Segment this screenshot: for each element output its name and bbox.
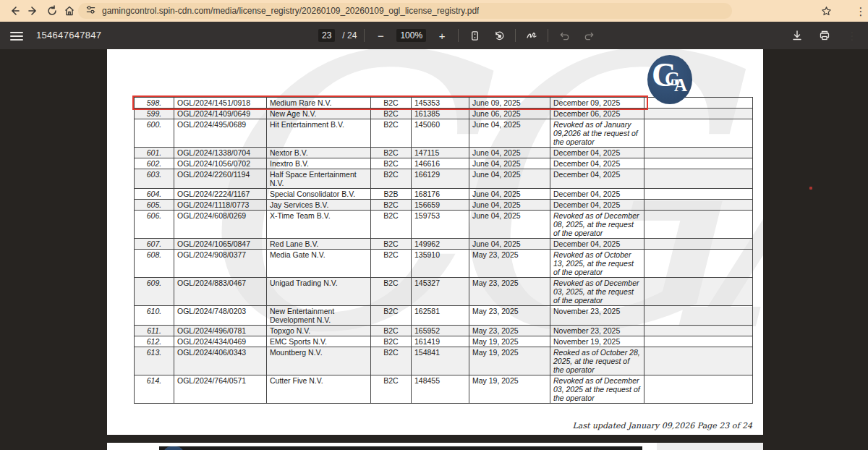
table-row: 604.OGL/2024/2224/1167Special Consolidat… <box>135 189 753 200</box>
cell-account: 146616 <box>412 158 469 169</box>
toolbar-divider <box>548 29 548 42</box>
rotate-icon[interactable] <box>490 27 508 44</box>
cell-account: 145060 <box>412 119 469 148</box>
cell-empty <box>644 336 753 347</box>
cell-start: June 04, 2025 <box>469 158 550 169</box>
bookmark-star-icon[interactable] <box>817 2 835 20</box>
page-number-input[interactable]: 23 <box>318 29 335 42</box>
cell-name: Unigad Trading N.V. <box>267 278 371 306</box>
reload-icon[interactable] <box>43 2 61 20</box>
zoom-in-button[interactable]: + <box>433 27 451 44</box>
cell-end: December 04, 2025 <box>550 158 644 169</box>
pdf-viewer[interactable]: CGA C G A 598.OGL/2024/1451/0918Medium R… <box>0 49 868 450</box>
cell-end: November 23, 2025 <box>550 326 644 336</box>
next-page-watermark <box>657 443 763 450</box>
browser-menu-icon[interactable]: ⋮ <box>852 2 868 20</box>
cell-license: OGL/2024/1056/0702 <box>174 158 267 169</box>
cell-account: 149962 <box>412 239 469 250</box>
cell-license: OGL/2024/764/0571 <box>174 375 267 404</box>
cell-name: X-Time Team B.V. <box>267 211 371 239</box>
cell-num: 608. <box>135 250 174 278</box>
cell-num: 612. <box>135 336 174 347</box>
zoom-out-button[interactable]: − <box>372 27 389 44</box>
cell-license: OGL/2024/496/0781 <box>174 326 267 336</box>
cell-license: OGL/2024/2260/1194 <box>174 169 267 189</box>
cell-start: May 23, 2025 <box>469 250 550 278</box>
cell-end: November 19, 2025 <box>550 336 644 347</box>
cell-name: EMC Sports N.V. <box>267 336 371 347</box>
cell-type: B2C <box>371 119 412 148</box>
forward-icon[interactable] <box>25 2 42 20</box>
cell-end: Reoked as of October 28, 2025, at the re… <box>550 347 644 375</box>
home-icon[interactable] <box>61 2 78 20</box>
cell-account: 165952 <box>412 326 469 336</box>
cell-type: B2C <box>371 347 412 375</box>
cell-empty <box>644 119 753 148</box>
table-row: 614.OGL/2024/764/0571Cutter Five N.V.B2C… <box>135 375 753 404</box>
cell-empty <box>644 306 753 326</box>
toolbar-divider <box>458 29 459 42</box>
cell-empty <box>644 158 753 169</box>
cell-license: OGL/2024/406/0343 <box>174 347 267 375</box>
cell-account: 162581 <box>412 306 469 326</box>
cell-license: OGL/2024/1065/0847 <box>174 239 267 250</box>
print-icon[interactable] <box>816 27 833 44</box>
cell-license: OGL/2024/2224/1167 <box>174 189 267 200</box>
cell-type: B2C <box>371 326 412 336</box>
cell-start: May 23, 2025 <box>469 306 550 326</box>
fit-page-icon[interactable] <box>466 27 483 44</box>
cell-account: 154841 <box>412 347 469 375</box>
cell-empty <box>644 211 753 239</box>
red-dot-annotation <box>809 187 812 190</box>
cell-type: B2C <box>371 158 412 169</box>
browser-toolbar: gamingcontrol.spin-cdn.com/media/license… <box>0 0 868 22</box>
address-bar[interactable]: gamingcontrol.spin-cdn.com/media/license… <box>78 3 732 19</box>
pdf-more-icon[interactable]: ⋮ <box>843 27 861 44</box>
cell-num: 610. <box>135 306 174 326</box>
back-icon[interactable] <box>6 2 23 20</box>
highlight-annotation <box>132 95 648 110</box>
cell-type: B2B <box>371 189 412 200</box>
cell-type: B2C <box>371 278 412 306</box>
undo-icon[interactable] <box>556 27 573 44</box>
cell-end: December 04, 2025 <box>550 169 644 189</box>
download-icon[interactable] <box>788 27 806 44</box>
table-row: 601.OGL/2024/1338/0704Nextor B.V.B2C1471… <box>135 148 753 158</box>
table-row: 603.OGL/2024/2260/1194Half Space Enterta… <box>135 169 753 189</box>
cell-end: December 04, 2025 <box>550 148 644 158</box>
cell-end: December 04, 2025 <box>550 239 644 250</box>
cell-type: B2C <box>371 250 412 278</box>
cell-num: 611. <box>135 326 174 336</box>
zoom-level-value[interactable]: 100% <box>396 29 426 42</box>
cell-start: June 04, 2025 <box>469 169 550 189</box>
cell-end: December 04, 2025 <box>550 189 644 200</box>
url-text[interactable]: gamingcontrol.spin-cdn.com/media/license… <box>102 6 479 16</box>
redo-icon[interactable] <box>580 27 597 44</box>
cell-name: Half Space Entertainment N.V. <box>267 169 371 189</box>
cell-name: Topxgo N.V. <box>267 326 371 336</box>
cell-name: Red Lane B.V. <box>267 239 371 250</box>
site-info-icon[interactable] <box>85 4 96 18</box>
pdf-toolbar: 154647647847 23 / 24 − 100% + <box>0 22 868 49</box>
table-row: 602.OGL/2024/1056/0702Inextro B.V.B2C146… <box>135 158 753 169</box>
pdf-page: CGA C G A 598.OGL/2024/1451/0918Medium R… <box>107 49 763 435</box>
cell-num: 605. <box>135 200 174 211</box>
cell-account: 168176 <box>412 189 469 200</box>
cell-empty <box>644 239 753 250</box>
cell-end: Revoked as of December 03, 2025, at the … <box>550 278 644 306</box>
cell-num: 601. <box>135 148 174 158</box>
table-row: 606.OGL/2024/608/0269X-Time Team B.V.B2C… <box>135 211 753 239</box>
cell-num: 604. <box>135 189 174 200</box>
cell-type: B2C <box>371 306 412 326</box>
page-footer: Last updated January 09,2026 Page 23 of … <box>573 421 752 430</box>
cell-num: 614. <box>135 375 174 404</box>
cell-license: OGL/2024/495/0689 <box>174 119 267 148</box>
cell-empty <box>644 375 753 404</box>
pdf-menu-icon[interactable] <box>10 30 23 40</box>
cell-start: June 04, 2025 <box>469 148 550 158</box>
cell-name: Hit Entertainment B.V. <box>267 119 371 148</box>
page-total-label: / 24 <box>342 30 357 41</box>
cell-license: OGL/2024/883/0467 <box>174 278 267 306</box>
cell-account: 156659 <box>412 200 469 211</box>
annotate-pen-icon[interactable] <box>523 27 540 44</box>
